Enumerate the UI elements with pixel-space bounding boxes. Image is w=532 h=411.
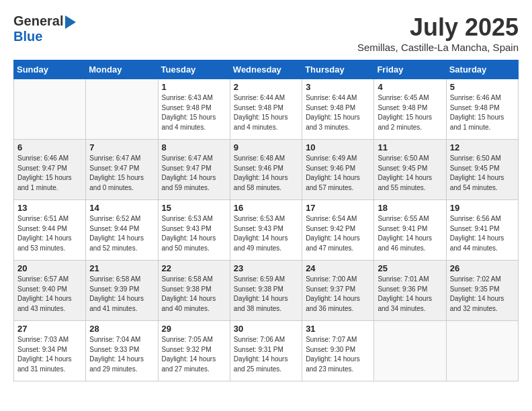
calendar-cell: 5Sunrise: 6:46 AM Sunset: 9:48 PM Daylig… (446, 79, 518, 140)
day-info: Sunrise: 6:55 AM Sunset: 9:41 PM Dayligh… (378, 214, 442, 253)
logo-blue: Blue (13, 29, 42, 44)
day-info: Sunrise: 6:49 AM Sunset: 9:46 PM Dayligh… (306, 154, 370, 193)
day-number: 21 (89, 263, 154, 273)
calendar-cell: 2Sunrise: 6:44 AM Sunset: 9:48 PM Daylig… (230, 79, 302, 140)
calendar-cell: 7Sunrise: 6:47 AM Sunset: 9:47 PM Daylig… (86, 140, 158, 200)
calendar-cell: 31Sunrise: 7:07 AM Sunset: 9:30 PM Dayli… (302, 321, 374, 381)
calendar-cell: 28Sunrise: 7:04 AM Sunset: 9:33 PM Dayli… (86, 321, 158, 381)
calendar-cell: 25Sunrise: 7:01 AM Sunset: 9:36 PM Dayli… (374, 261, 446, 321)
day-number: 19 (450, 203, 515, 213)
day-info: Sunrise: 6:59 AM Sunset: 9:38 PM Dayligh… (234, 275, 298, 314)
header-tuesday: Tuesday (158, 60, 230, 79)
header-sunday: Sunday (14, 60, 86, 79)
calendar-cell: 6Sunrise: 6:46 AM Sunset: 9:47 PM Daylig… (14, 140, 86, 200)
day-info: Sunrise: 6:46 AM Sunset: 9:47 PM Dayligh… (17, 154, 82, 193)
calendar-cell (374, 321, 446, 381)
day-info: Sunrise: 7:00 AM Sunset: 9:37 PM Dayligh… (306, 275, 370, 314)
calendar-cell: 23Sunrise: 6:59 AM Sunset: 9:38 PM Dayli… (230, 261, 302, 321)
title-area: July 2025 Semillas, Castille-La Mancha, … (357, 13, 519, 53)
calendar-cell: 24Sunrise: 7:00 AM Sunset: 9:37 PM Dayli… (302, 261, 374, 321)
day-number: 3 (306, 82, 370, 92)
day-info: Sunrise: 6:48 AM Sunset: 9:46 PM Dayligh… (234, 154, 298, 193)
day-number: 12 (450, 142, 515, 152)
day-info: Sunrise: 6:53 AM Sunset: 9:43 PM Dayligh… (162, 214, 226, 253)
day-number: 30 (234, 324, 298, 334)
day-info: Sunrise: 6:45 AM Sunset: 9:48 PM Dayligh… (378, 93, 442, 132)
day-number: 23 (234, 263, 298, 273)
calendar-cell: 12Sunrise: 6:50 AM Sunset: 9:45 PM Dayli… (446, 140, 518, 200)
day-number: 1 (162, 82, 226, 92)
day-info: Sunrise: 7:04 AM Sunset: 9:33 PM Dayligh… (89, 335, 154, 374)
calendar-location: Semillas, Castille-La Mancha, Spain (357, 42, 519, 53)
day-info: Sunrise: 6:57 AM Sunset: 9:40 PM Dayligh… (17, 275, 82, 314)
day-info: Sunrise: 6:53 AM Sunset: 9:43 PM Dayligh… (234, 214, 298, 253)
day-info: Sunrise: 6:44 AM Sunset: 9:48 PM Dayligh… (234, 93, 298, 132)
day-info: Sunrise: 6:46 AM Sunset: 9:48 PM Dayligh… (450, 93, 515, 132)
calendar-cell: 8Sunrise: 6:47 AM Sunset: 9:47 PM Daylig… (158, 140, 230, 200)
day-info: Sunrise: 7:07 AM Sunset: 9:30 PM Dayligh… (306, 335, 370, 374)
logo-triangle-icon (65, 15, 76, 29)
day-number: 4 (378, 82, 442, 92)
calendar-cell: 16Sunrise: 6:53 AM Sunset: 9:43 PM Dayli… (230, 200, 302, 261)
header-monday: Monday (86, 60, 158, 79)
calendar-cell (446, 321, 518, 381)
logo-general: General (13, 13, 63, 29)
day-number: 11 (378, 142, 442, 152)
day-number: 27 (17, 324, 82, 334)
day-number: 7 (89, 142, 154, 152)
day-number: 24 (306, 263, 370, 273)
calendar-cell: 18Sunrise: 6:55 AM Sunset: 9:41 PM Dayli… (374, 200, 446, 261)
day-number: 31 (306, 324, 370, 334)
day-info: Sunrise: 6:44 AM Sunset: 9:48 PM Dayligh… (306, 93, 370, 132)
calendar-cell: 3Sunrise: 6:44 AM Sunset: 9:48 PM Daylig… (302, 79, 374, 140)
day-info: Sunrise: 7:01 AM Sunset: 9:36 PM Dayligh… (378, 275, 442, 314)
day-info: Sunrise: 6:54 AM Sunset: 9:42 PM Dayligh… (306, 214, 370, 253)
calendar-cell: 13Sunrise: 6:51 AM Sunset: 9:44 PM Dayli… (14, 200, 86, 261)
day-number: 15 (162, 203, 226, 213)
day-number: 14 (89, 203, 154, 213)
day-number: 6 (17, 142, 82, 152)
calendar-cell: 27Sunrise: 7:03 AM Sunset: 9:34 PM Dayli… (14, 321, 86, 381)
day-number: 10 (306, 142, 370, 152)
day-info: Sunrise: 6:52 AM Sunset: 9:44 PM Dayligh… (89, 214, 154, 253)
header-thursday: Thursday (302, 60, 374, 79)
day-number: 20 (17, 263, 82, 273)
calendar-cell: 9Sunrise: 6:48 AM Sunset: 9:46 PM Daylig… (230, 140, 302, 200)
day-number: 26 (450, 263, 515, 273)
calendar-week-3: 13Sunrise: 6:51 AM Sunset: 9:44 PM Dayli… (14, 200, 519, 261)
day-info: Sunrise: 6:56 AM Sunset: 9:41 PM Dayligh… (450, 214, 515, 253)
calendar-week-1: 1Sunrise: 6:43 AM Sunset: 9:48 PM Daylig… (14, 79, 519, 140)
calendar-cell: 10Sunrise: 6:49 AM Sunset: 9:46 PM Dayli… (302, 140, 374, 200)
calendar-table: SundayMondayTuesdayWednesdayThursdayFrid… (13, 60, 519, 381)
calendar-cell: 11Sunrise: 6:50 AM Sunset: 9:45 PM Dayli… (374, 140, 446, 200)
calendar-week-5: 27Sunrise: 7:03 AM Sunset: 9:34 PM Dayli… (14, 321, 519, 381)
day-info: Sunrise: 6:50 AM Sunset: 9:45 PM Dayligh… (378, 154, 442, 193)
day-number: 25 (378, 263, 442, 273)
page-header: General Blue July 2025 Semillas, Castill… (13, 13, 519, 53)
calendar-cell: 19Sunrise: 6:56 AM Sunset: 9:41 PM Dayli… (446, 200, 518, 261)
calendar-cell: 30Sunrise: 7:06 AM Sunset: 9:31 PM Dayli… (230, 321, 302, 381)
calendar-cell (86, 79, 158, 140)
calendar-cell: 29Sunrise: 7:05 AM Sunset: 9:32 PM Dayli… (158, 321, 230, 381)
day-info: Sunrise: 6:50 AM Sunset: 9:45 PM Dayligh… (450, 154, 515, 193)
day-number: 29 (162, 324, 226, 334)
calendar-week-2: 6Sunrise: 6:46 AM Sunset: 9:47 PM Daylig… (14, 140, 519, 200)
calendar-cell: 22Sunrise: 6:58 AM Sunset: 9:38 PM Dayli… (158, 261, 230, 321)
calendar-cell: 1Sunrise: 6:43 AM Sunset: 9:48 PM Daylig… (158, 79, 230, 140)
day-number: 8 (162, 142, 226, 152)
calendar-cell: 15Sunrise: 6:53 AM Sunset: 9:43 PM Dayli… (158, 200, 230, 261)
calendar-header-row: SundayMondayTuesdayWednesdayThursdayFrid… (14, 60, 519, 79)
day-info: Sunrise: 6:51 AM Sunset: 9:44 PM Dayligh… (17, 214, 82, 253)
calendar-cell: 17Sunrise: 6:54 AM Sunset: 9:42 PM Dayli… (302, 200, 374, 261)
header-friday: Friday (374, 60, 446, 79)
calendar-cell: 14Sunrise: 6:52 AM Sunset: 9:44 PM Dayli… (86, 200, 158, 261)
header-saturday: Saturday (446, 60, 518, 79)
day-info: Sunrise: 6:47 AM Sunset: 9:47 PM Dayligh… (89, 154, 154, 193)
day-info: Sunrise: 7:06 AM Sunset: 9:31 PM Dayligh… (234, 335, 298, 374)
calendar-cell: 20Sunrise: 6:57 AM Sunset: 9:40 PM Dayli… (14, 261, 86, 321)
day-number: 18 (378, 203, 442, 213)
day-number: 17 (306, 203, 370, 213)
day-info: Sunrise: 6:43 AM Sunset: 9:48 PM Dayligh… (162, 93, 226, 132)
day-number: 16 (234, 203, 298, 213)
day-number: 22 (162, 263, 226, 273)
